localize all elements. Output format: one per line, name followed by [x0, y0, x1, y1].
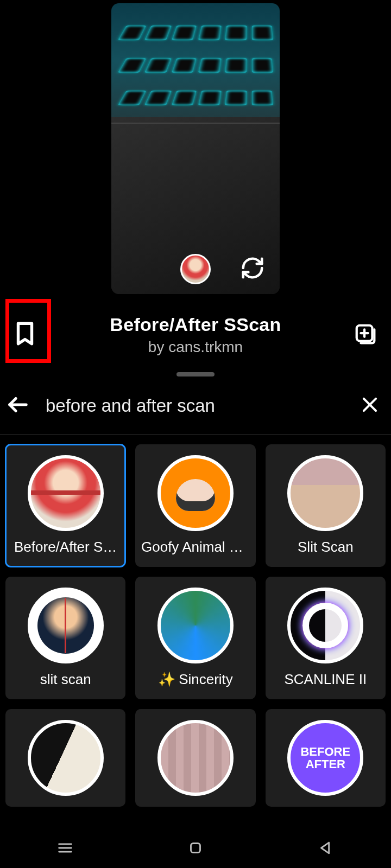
effect-thumbnail [287, 588, 363, 663]
effect-label: Goofy Animal F… [141, 539, 250, 556]
back-button[interactable] [5, 392, 30, 419]
effect-tile[interactable]: ✨Sincerity [135, 577, 255, 699]
effect-label: SCANLINE II [284, 671, 367, 688]
search-input[interactable]: before and after scan [30, 395, 360, 416]
sparkle-icon: ✨ [158, 671, 175, 687]
effect-thumbnail [28, 455, 104, 531]
effect-thumbnail: BEFORE AFTER [287, 720, 363, 796]
effect-tile[interactable]: slit scan [5, 577, 125, 699]
effect-thumbnail [28, 588, 104, 663]
effect-author[interactable]: by cans.trkmn [50, 339, 341, 356]
effect-title: Before/After SScan [50, 314, 341, 335]
effect-thumbnail [157, 455, 234, 531]
effect-thumbnail [157, 720, 234, 796]
sheet-drag-handle[interactable] [176, 372, 215, 376]
effect-tile[interactable]: Before/After S… [5, 444, 125, 567]
preview-image [111, 3, 280, 294]
effect-tile[interactable]: Slit Scan [266, 444, 386, 567]
effect-label: ✨Sincerity [158, 671, 233, 688]
effect-tile[interactable]: SCANLINE II [266, 577, 386, 699]
creator-avatar[interactable] [180, 254, 211, 284]
effect-thumbnail [157, 588, 234, 663]
svg-rect-1 [191, 844, 200, 853]
recent-apps-button[interactable] [56, 839, 74, 859]
nav-back-button[interactable] [317, 839, 335, 859]
flip-camera-button[interactable] [237, 253, 268, 283]
effect-label: Slit Scan [298, 539, 354, 556]
effect-label: slit scan [40, 671, 91, 688]
effects-grid: Before/After S… Goofy Animal F… Slit Sca… [0, 435, 391, 807]
effect-thumbnail [287, 455, 363, 531]
effect-tile[interactable] [135, 709, 255, 807]
effect-tile[interactable] [5, 709, 125, 807]
effect-label: Before/After S… [14, 539, 117, 556]
system-nav-bar [0, 830, 391, 868]
add-to-story-button[interactable] [341, 322, 391, 347]
clear-search-button[interactable] [360, 394, 380, 417]
camera-preview-wrap [0, 0, 391, 294]
effect-thumbnail [28, 720, 104, 796]
effect-title-bar: Before/After SScan by cans.trkmn [0, 305, 391, 365]
home-button[interactable] [186, 839, 205, 859]
effects-search-sheet: before and after scan Before/After S… Go… [0, 366, 391, 830]
camera-preview[interactable] [111, 3, 280, 294]
effect-tile[interactable]: BEFORE AFTER [266, 709, 386, 807]
effect-tile[interactable]: Goofy Animal F… [135, 444, 255, 567]
tutorial-highlight-box [5, 299, 51, 363]
